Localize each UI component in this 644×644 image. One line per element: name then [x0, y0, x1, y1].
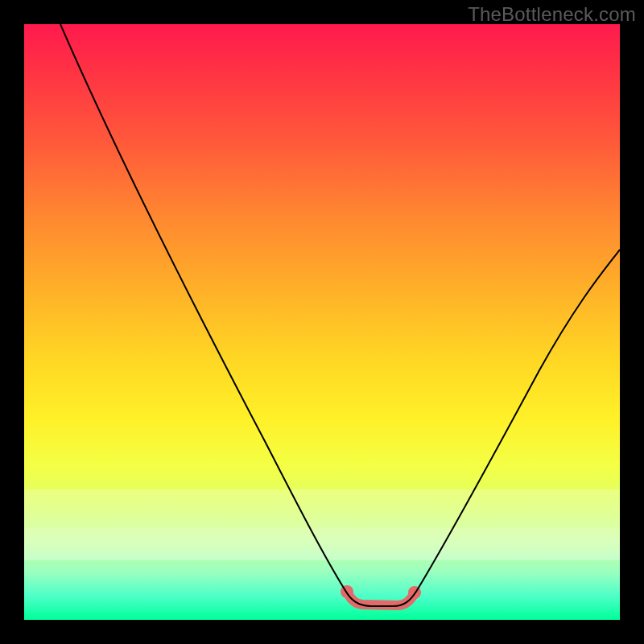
plot-area: [24, 24, 620, 620]
chart-frame: TheBottleneck.com: [0, 0, 644, 644]
curve-svg: [24, 24, 620, 620]
watermark-text: TheBottleneck.com: [468, 3, 636, 26]
bottleneck-curve: [60, 24, 620, 606]
